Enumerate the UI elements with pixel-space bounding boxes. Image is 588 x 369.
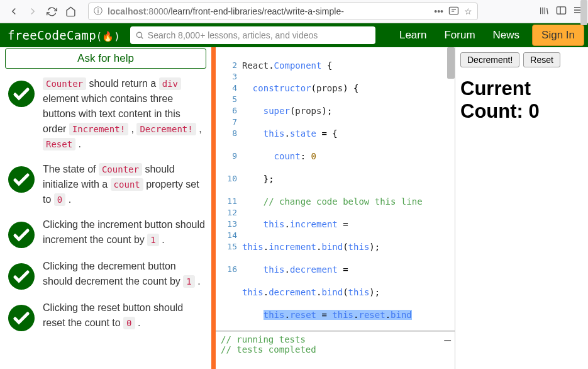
check-icon bbox=[8, 221, 35, 249]
code-editor: 12345678 9 10 1112131415 16 React.Compon… bbox=[216, 47, 455, 369]
url-host: localhost:8000 bbox=[108, 6, 169, 16]
search-box[interactable] bbox=[130, 26, 375, 44]
decrement-button[interactable]: Decrement! bbox=[460, 52, 519, 67]
check-icon bbox=[8, 80, 35, 108]
ask-help-button[interactable]: Ask for help bbox=[5, 48, 206, 69]
signin-button[interactable]: Sign In bbox=[532, 25, 584, 46]
test-row: Counter should return a div element whic… bbox=[0, 72, 211, 158]
search-icon bbox=[135, 31, 144, 40]
reset-button[interactable]: Reset bbox=[523, 52, 560, 67]
test-row: Clicking the decrement button should dec… bbox=[0, 255, 211, 297]
info-icon: ⓘ bbox=[94, 6, 103, 17]
fcc-nav: Learn Forum News Sign In bbox=[391, 25, 584, 46]
test-panel: Ask for help Counter should return a div… bbox=[0, 47, 211, 369]
test-row: Clicking the reset button should reset t… bbox=[0, 297, 211, 338]
test-text: Clicking the reset button should reset t… bbox=[43, 300, 206, 331]
test-row: The state of Counter should initialize w… bbox=[0, 158, 211, 213]
console-line: // running tests bbox=[221, 334, 450, 344]
check-icon bbox=[8, 166, 35, 193]
reload-button[interactable] bbox=[43, 3, 60, 20]
count-display: Current Count: 0 bbox=[460, 77, 583, 122]
test-row: Clicking the increment button should inc… bbox=[0, 213, 211, 255]
bookmark-icon[interactable]: ☆ bbox=[464, 6, 472, 17]
editor-scrollbar[interactable] bbox=[447, 47, 455, 79]
forward-button[interactable] bbox=[24, 3, 42, 20]
svg-point-2 bbox=[136, 32, 141, 37]
nav-news[interactable]: News bbox=[484, 29, 529, 42]
more-icon[interactable]: ••• bbox=[434, 6, 443, 17]
check-icon bbox=[8, 304, 35, 332]
fcc-header: freeCodeCamp(🔥) Learn Forum News Sign In bbox=[0, 23, 588, 47]
nav-forum[interactable]: Forum bbox=[435, 29, 484, 42]
test-text: Clicking the increment button should inc… bbox=[43, 217, 206, 247]
line-gutter: 12345678 9 10 1112131415 16 bbox=[216, 47, 242, 331]
url-path: /learn/front-end-libraries/react/write-a… bbox=[169, 6, 344, 16]
nav-learn[interactable]: Learn bbox=[391, 29, 435, 42]
code-content[interactable]: React.Component { constructor(props) { s… bbox=[242, 47, 455, 331]
panel-divider[interactable] bbox=[211, 47, 216, 369]
url-actions: ••• ☆ bbox=[434, 6, 472, 17]
back-button[interactable] bbox=[5, 3, 23, 20]
search-input[interactable] bbox=[148, 30, 370, 40]
browser-toolbar: ⓘ localhost:8000 /learn/front-end-librar… bbox=[0, 0, 588, 23]
check-icon bbox=[8, 263, 35, 290]
fcc-logo[interactable]: freeCodeCamp(🔥) bbox=[4, 28, 124, 42]
test-text: Clicking the decrement button should dec… bbox=[43, 259, 206, 289]
console-minimize-icon[interactable]: — bbox=[444, 333, 451, 346]
sidebar-icon[interactable] bbox=[556, 6, 567, 18]
test-text: The state of Counter should initialize w… bbox=[43, 162, 206, 207]
test-text: Counter should return a div element whic… bbox=[43, 76, 206, 152]
editor-scroll[interactable]: 12345678 9 10 1112131415 16 React.Compon… bbox=[216, 47, 455, 331]
library-icon[interactable] bbox=[538, 6, 550, 18]
console-line: // tests completed bbox=[221, 344, 450, 355]
svg-rect-1 bbox=[557, 6, 565, 13]
preview-panel: Decrement! Reset Current Count: 0 bbox=[455, 47, 588, 369]
reader-icon[interactable] bbox=[448, 6, 459, 17]
home-button[interactable] bbox=[62, 3, 79, 20]
url-bar[interactable]: ⓘ localhost:8000 /learn/front-end-librar… bbox=[88, 3, 478, 20]
console-output: // running tests // tests completed — bbox=[216, 331, 455, 369]
preview-scrollbar[interactable] bbox=[580, 0, 587, 25]
